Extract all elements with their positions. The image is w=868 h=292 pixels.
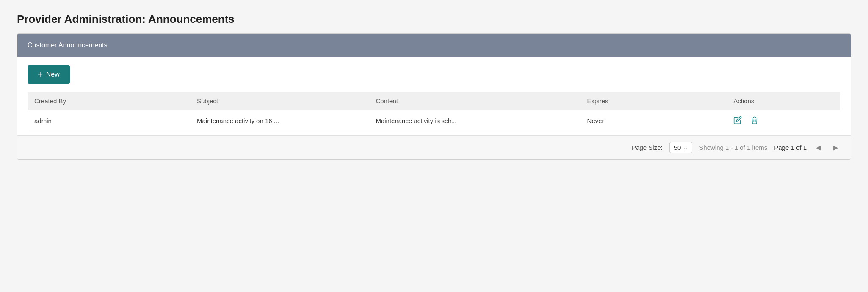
showing-text: Showing 1 - 1 of 1 items [699,144,767,151]
page-info: Page 1 of 1 [774,144,807,151]
edit-button[interactable] [733,116,742,126]
announcements-card: Customer Announcements + New Created By … [17,33,851,160]
cell-subject: Maintenance activity on 16 ... [190,110,369,132]
plus-icon: + [38,70,43,79]
table-header-row: Created By Subject Content Expires Actio… [28,92,840,110]
next-page-button[interactable]: ▶ [830,142,840,153]
pencil-icon [733,116,742,124]
trash-icon [750,116,759,124]
col-header-actions: Actions [727,92,840,110]
col-header-expires: Expires [581,92,727,110]
cell-expires: Never [581,110,727,132]
card-header: Customer Announcements [17,34,851,57]
col-header-created-by: Created By [28,92,190,110]
cell-created-by: admin [28,110,190,132]
prev-page-button[interactable]: ◀ [813,142,824,153]
announcements-table: Created By Subject Content Expires Actio… [28,92,840,132]
cell-actions [727,110,840,132]
card-body: + New Created By Subject Content Expires… [17,57,851,132]
cell-content: Maintenance activity is sch... [369,110,580,132]
page-size-label: Page Size: [632,144,663,151]
new-button[interactable]: + New [28,65,70,84]
chevron-down-icon: ⌄ [683,145,688,151]
card-footer: Page Size: 50 ⌄ Showing 1 - 1 of 1 items… [17,135,851,159]
new-button-label: New [46,71,60,78]
delete-button[interactable] [750,116,759,126]
page-title: Provider Administration: Announcements [17,13,851,26]
col-header-subject: Subject [190,92,369,110]
page-size-value: 50 [674,144,681,151]
table-row: adminMaintenance activity on 16 ...Maint… [28,110,840,132]
col-header-content: Content [369,92,580,110]
page-size-select[interactable]: 50 ⌄ [669,142,693,153]
